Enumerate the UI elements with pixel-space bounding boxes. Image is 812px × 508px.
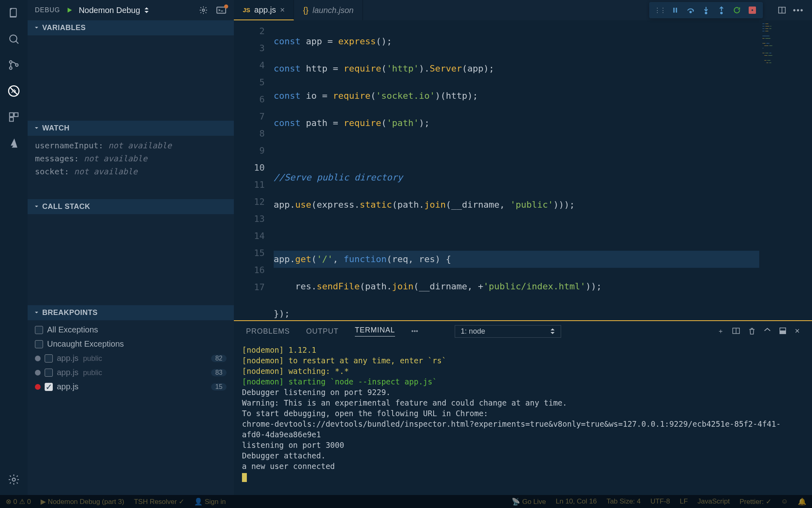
- step-over-icon[interactable]: [683, 4, 698, 17]
- checkbox-icon[interactable]: [35, 340, 43, 348]
- tab-app-js[interactable]: JS app.js ×: [234, 0, 294, 20]
- status-eol[interactable]: LF: [680, 497, 688, 506]
- status-feedback-icon[interactable]: ☺: [781, 497, 788, 506]
- editor-area: JS app.js × {} launch.json ⋮⋮: [234, 0, 812, 495]
- status-encoding[interactable]: UTF-8: [650, 497, 670, 506]
- bp-item[interactable]: app.js public82: [28, 351, 234, 365]
- js-icon: JS: [243, 7, 250, 13]
- split-editor-icon[interactable]: [777, 6, 786, 15]
- debug-config-select[interactable]: Nodemon Debug: [79, 6, 149, 15]
- svg-rect-8: [10, 113, 13, 117]
- status-bell-icon[interactable]: 🔔: [798, 497, 806, 506]
- bp-all-exceptions[interactable]: All Exceptions: [28, 323, 234, 337]
- variables-body: [28, 35, 234, 121]
- json-icon: {}: [303, 6, 308, 15]
- search-icon[interactable]: [6, 31, 22, 47]
- code-body[interactable]: const app = express(); const http = requ…: [274, 20, 812, 320]
- settings-gear-icon[interactable]: [6, 471, 22, 488]
- code-editor[interactable]: 234567891011121314151617 const app = exp…: [234, 20, 812, 320]
- debug-label: DEBUG: [35, 7, 60, 14]
- debug-console-icon[interactable]: [216, 6, 227, 15]
- terminal-select[interactable]: 1: node: [455, 325, 561, 338]
- new-terminal-icon[interactable]: ＋: [717, 327, 724, 336]
- azure-icon[interactable]: [6, 135, 22, 151]
- bp-dot-icon: [35, 356, 41, 361]
- watch-item[interactable]: usernameInput: not available: [28, 139, 234, 152]
- svg-point-3: [9, 61, 12, 63]
- variables-title: VARIABLES: [42, 24, 86, 32]
- svg-rect-9: [14, 113, 18, 117]
- panel-more-icon[interactable]: •••: [411, 328, 418, 335]
- pause-icon[interactable]: [668, 4, 682, 17]
- breakpoints-title: BREAKPOINTS: [42, 308, 98, 317]
- callstack-title: CALL STACK: [42, 202, 90, 211]
- bp-item[interactable]: ✓app.js15: [28, 380, 234, 394]
- drag-handle-icon[interactable]: ⋮⋮: [652, 4, 667, 17]
- watch-body: usernameInput: not available messages: n…: [28, 136, 234, 199]
- bp-item[interactable]: app.js public83: [28, 365, 234, 380]
- variables-header[interactable]: VARIABLES: [28, 20, 234, 35]
- callstack-header[interactable]: CALL STACK: [28, 199, 234, 214]
- checkbox-icon[interactable]: [45, 369, 53, 377]
- svg-rect-13: [217, 7, 226, 13]
- start-debug-icon[interactable]: [66, 7, 73, 14]
- watch-item[interactable]: messages: not available: [28, 152, 234, 165]
- svg-point-11: [12, 478, 15, 481]
- checkbox-icon[interactable]: [35, 326, 43, 334]
- tabs-bar: JS app.js × {} launch.json ⋮⋮: [234, 0, 812, 20]
- maximize-panel-icon[interactable]: [779, 327, 786, 336]
- panel-tabs: PROBLEMS OUTPUT TERMINAL ••• 1: node ＋ ✕: [234, 321, 812, 341]
- restart-icon[interactable]: [730, 4, 744, 17]
- step-out-icon[interactable]: [714, 4, 729, 17]
- split-terminal-icon[interactable]: [732, 327, 740, 336]
- status-resolver[interactable]: TSH Resolver ✓: [134, 497, 185, 506]
- status-lang[interactable]: JavaScript: [698, 497, 730, 506]
- debug-sidebar: DEBUG Nodemon Debug VARIABLES WATCH user…: [28, 0, 234, 495]
- status-golive[interactable]: 📡 Go Live: [512, 497, 546, 506]
- bottom-panel: PROBLEMS OUTPUT TERMINAL ••• 1: node ＋ ✕…: [234, 320, 812, 495]
- debug-settings-icon[interactable]: [199, 6, 208, 15]
- panel-tab-output[interactable]: OUTPUT: [306, 327, 339, 336]
- status-debug[interactable]: ▶ Nodemon Debug (part 3): [41, 497, 124, 506]
- minimap[interactable]: ━━ ━━━ ━━ ━━━━ ━ ━━ ━━━ ━━ ━━ ━━━ ━━━━━━…: [759, 20, 812, 320]
- panel-tab-terminal[interactable]: TERMINAL: [355, 326, 395, 336]
- close-panel-icon[interactable]: ✕: [795, 327, 800, 336]
- svg-line-7: [10, 87, 18, 95]
- close-icon[interactable]: ×: [280, 5, 285, 15]
- status-tabsize[interactable]: Tab Size: 4: [607, 497, 641, 506]
- extensions-icon[interactable]: [6, 109, 22, 125]
- source-control-icon[interactable]: [6, 57, 22, 73]
- trash-icon[interactable]: [748, 327, 756, 336]
- checkbox-icon[interactable]: ✓: [45, 383, 53, 391]
- debug-toolbar: ⋮⋮: [649, 2, 763, 18]
- debug-icon[interactable]: [6, 83, 22, 99]
- status-signin[interactable]: 👤 Sign in: [194, 497, 226, 506]
- more-icon[interactable]: •••: [793, 6, 804, 15]
- checkbox-icon[interactable]: [45, 354, 53, 363]
- panel-tab-problems[interactable]: PROBLEMS: [246, 327, 290, 336]
- status-errors[interactable]: ⊗ 0 ⚠ 0: [6, 497, 31, 506]
- step-into-icon[interactable]: [699, 4, 713, 17]
- bp-dot-icon: [35, 384, 41, 390]
- terminal-output[interactable]: [nodemon] 1.12.1 [nodemon] to restart at…: [234, 341, 812, 495]
- watch-item[interactable]: socket: not available: [28, 165, 234, 178]
- bp-dot-icon: [35, 370, 41, 376]
- stop-icon[interactable]: [745, 4, 760, 17]
- line-gutter: 234567891011121314151617: [234, 20, 274, 320]
- status-cursor-pos[interactable]: Ln 10, Col 16: [556, 497, 597, 506]
- bp-uncaught-exceptions[interactable]: Uncaught Exceptions: [28, 337, 234, 351]
- svg-rect-14: [673, 8, 674, 13]
- chevron-up-icon[interactable]: [764, 327, 771, 336]
- status-prettier[interactable]: Prettier: ✓: [739, 497, 771, 506]
- status-bar: ⊗ 0 ⚠ 0 ▶ Nodemon Debug (part 3) TSH Res…: [0, 495, 812, 508]
- explorer-icon[interactable]: [6, 5, 22, 21]
- svg-rect-0: [10, 9, 16, 17]
- svg-rect-10: [10, 117, 13, 121]
- svg-point-18: [721, 12, 722, 14]
- tab-launch-json[interactable]: {} launch.json: [294, 0, 363, 20]
- debug-config-label: Nodemon Debug: [79, 6, 140, 15]
- svg-point-20: [751, 9, 754, 11]
- watch-header[interactable]: WATCH: [28, 121, 234, 136]
- breakpoints-header[interactable]: BREAKPOINTS: [28, 305, 234, 320]
- svg-point-17: [705, 12, 707, 14]
